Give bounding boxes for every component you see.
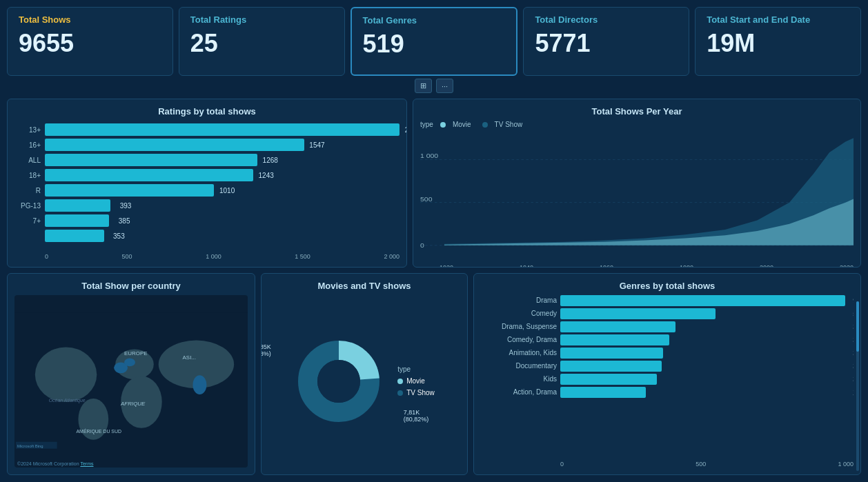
ratings-x-label: 2 000 (384, 253, 400, 260)
bar-track-6: 385 (45, 214, 400, 227)
genre-bar-value-4: 356 (853, 349, 854, 357)
genres-bar-row: Comedy 536 (481, 308, 845, 319)
genre-bar-value-5: 350 (853, 362, 854, 370)
bar-value-3: 1243 (259, 172, 274, 179)
genre-label-2: Drama, Suspense (481, 323, 557, 330)
map-terms-link[interactable]: Terms (80, 461, 93, 466)
legend-label: TV Show (495, 121, 523, 128)
ratings-chart-panel: Ratings by total shows 13+ 2117 16+ 1547… (7, 99, 407, 268)
kpi-card-1: Total Ratings25 (179, 7, 345, 76)
shows-legend: type MovieTV Show (420, 121, 854, 128)
svg-point-11 (124, 358, 135, 366)
legend-dot (482, 122, 488, 128)
ratings-bar-row: ALL 1268 (14, 154, 400, 166)
genre-bar-value-6: 334 (853, 375, 854, 383)
genre-bar-track-1: 536 (560, 308, 845, 319)
movie-legend-item: Movie (397, 377, 435, 385)
year-x-label: 1940 (520, 264, 533, 268)
kpi-value-0: 9655 (19, 29, 74, 58)
movie-label: 1,85K (19,18%) (261, 343, 271, 357)
ratings-chart-title: Ratings by total shows (14, 106, 400, 117)
genres-x-axis: 05001 000 (481, 461, 854, 468)
bar-label-6: 7+ (14, 217, 41, 225)
tvshow-legend-dot (397, 390, 403, 396)
genres-bar-row: Action, Drama 297 (481, 387, 845, 398)
movie-legend-label: Movie (406, 377, 425, 385)
genres-bar-row: Documentary 350 (481, 361, 845, 372)
donut-svg (294, 337, 384, 426)
donut-chart: 1,85K (19,18%) 7,81K (80,82%) (294, 337, 384, 426)
genre-label-6: Kids (481, 375, 557, 383)
ratings-bar-row: 353 (14, 230, 400, 242)
world-map-svg: AFRIQUE AMÉRIQUE DU SUD ASI... EUROPE Oc… (14, 295, 248, 468)
genre-bar-fill-2 (560, 321, 675, 332)
bar-track-4: 1010 (45, 184, 400, 197)
filter-button[interactable]: ⊞ (415, 79, 432, 93)
genres-bar-row: Drama 986 (481, 295, 845, 306)
more-button[interactable]: ··· (436, 79, 453, 93)
genre-bar-track-6: 334 (560, 374, 845, 385)
genre-bar-track-3: 377 (560, 334, 845, 345)
ratings-x-axis: 05001 0001 5002 000 (14, 253, 400, 260)
genres-bar-row: Kids 334 (481, 374, 845, 385)
donut-legend-title: type (397, 365, 435, 373)
bar-track-1: 1547 (45, 139, 400, 151)
map-copyright: ©2024 Microsoft Corporation Terms (17, 461, 93, 466)
genre-bar-fill-6 (560, 374, 657, 385)
genre-bar-track-0: 986 (560, 295, 845, 306)
genre-label-0: Drama (481, 297, 557, 304)
bar-label-5: PG-13 (14, 202, 41, 210)
bar-fill-5: 393 (45, 199, 110, 212)
kpi-card-4: Total Start and End Date19M (695, 7, 861, 76)
bar-fill-0: 2117 (45, 123, 400, 136)
bar-value-5: 393 (120, 202, 132, 210)
bar-value-7: 353 (113, 232, 125, 240)
kpi-value-4: 19M (707, 29, 755, 58)
ratings-bar-row: 7+ 385 (14, 214, 400, 227)
kpi-value-1: 25 (190, 29, 218, 58)
ratings-x-label: 1 000 (206, 253, 221, 260)
ratings-bar-row: 16+ 1547 (14, 139, 400, 151)
kpi-card-2: Total Genres519 (351, 7, 518, 76)
shows-per-year-title: Total Shows Per Year (420, 106, 854, 117)
bar-track-3: 1243 (45, 169, 400, 181)
genres-chart-panel: Genres by total shows Drama 986 Comedy 5… (473, 273, 861, 475)
bar-fill-1: 1547 (45, 139, 304, 151)
genre-bar-fill-0 (560, 295, 845, 306)
bar-track-2: 1268 (45, 154, 400, 166)
map-container[interactable]: AFRIQUE AMÉRIQUE DU SUD ASI... EUROPE Oc… (14, 295, 248, 468)
genres-scrollbar[interactable] (856, 301, 859, 471)
ratings-bar-chart: 13+ 2117 16+ 1547 ALL 1268 18+ 1243 R (14, 121, 400, 252)
bar-label-4: R (14, 187, 41, 194)
genre-label-5: Documentary (481, 362, 557, 370)
legend-label: Movie (453, 121, 471, 128)
kpi-value-2: 519 (363, 30, 404, 59)
kpi-value-3: 5771 (535, 29, 590, 58)
svg-text:Microsoft Bing: Microsoft Bing (17, 443, 43, 448)
kpi-card-3: Total Directors5771 (523, 7, 689, 76)
ratings-x-label: 1 500 (295, 253, 310, 260)
legend-type-label: type (420, 121, 433, 128)
legend-dot (440, 122, 446, 128)
genre-bar-track-7: 297 (560, 387, 845, 398)
bar-fill-6: 385 (45, 214, 109, 227)
bar-label-3: 18+ (14, 172, 41, 179)
kpi-title-3: Total Directors (535, 14, 598, 26)
svg-text:AFRIQUE: AFRIQUE (120, 401, 146, 407)
map-panel: Total Show per country AFRIQUE (7, 273, 255, 475)
genre-bar-fill-4 (560, 348, 663, 359)
genre-bar-value-3: 377 (853, 336, 854, 343)
ratings-bar-row: R 1010 (14, 184, 400, 197)
bar-value-6: 385 (119, 217, 130, 225)
area-chart-svg: 1 000 500 0 (420, 131, 854, 260)
genres-bar-row: Comedy, Drama 377 (481, 334, 845, 345)
shows-per-year-panel: Total Shows Per Year type MovieTV Show 1… (413, 99, 861, 268)
tvshow-legend-label: TV Show (406, 389, 435, 396)
genre-bar-fill-1 (560, 308, 716, 319)
bar-track-5: 393 (45, 199, 400, 212)
genre-bar-value-1: 536 (853, 310, 854, 317)
bar-value-4: 1010 (219, 187, 235, 194)
kpi-title-2: Total Genres (363, 15, 417, 27)
bar-fill-3: 1243 (45, 169, 253, 181)
bar-value-1: 1547 (309, 141, 324, 149)
